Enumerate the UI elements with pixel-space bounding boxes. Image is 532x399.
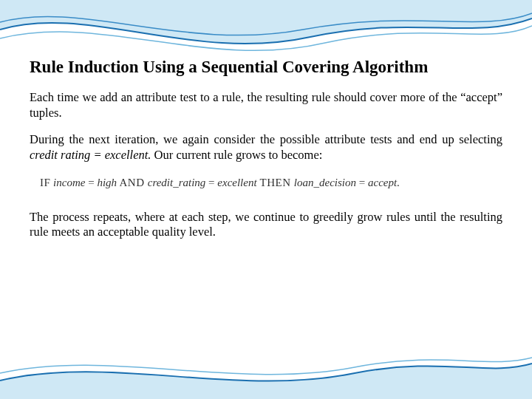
paragraph-2: During the next iteration, we again cons… [30,132,502,163]
slide-title: Rule Induction Using a Sequential Coveri… [30,58,502,77]
rule-then: THEN [257,177,294,188]
rule-if: IF [40,177,50,188]
rule-expression: IF income = high AND credit_rating = exc… [40,177,502,189]
rule-res-val: accept [368,177,397,188]
slide-content: Rule Induction Using a Sequential Coveri… [30,58,502,252]
rule-dot: . [397,177,400,188]
paragraph-2-a: During the next iteration, we again cons… [30,132,502,146]
rule-cond1-val: high [97,177,117,188]
rule-and: AND [117,177,148,188]
rule-cond2-attr: credit_rating [148,177,206,188]
rule-res-attr: loan_decision [294,177,356,188]
decorative-wave-top [0,0,532,66]
paragraph-1: Each time we add an attribute test to a … [30,90,502,120]
paragraph-2-b: Our current rule grows to become: [151,148,322,162]
decorative-wave-bottom [0,347,532,399]
paragraph-3: The process repeats, where at each step,… [30,210,502,240]
rule-cond1-attr: income [53,177,85,188]
rule-eq3: = [356,177,368,188]
paragraph-2-em: credit rating = excellent. [30,148,151,162]
rule-cond2-val: excellent [217,177,256,188]
rule-eq1: = [85,177,97,188]
rule-eq2: = [205,177,217,188]
